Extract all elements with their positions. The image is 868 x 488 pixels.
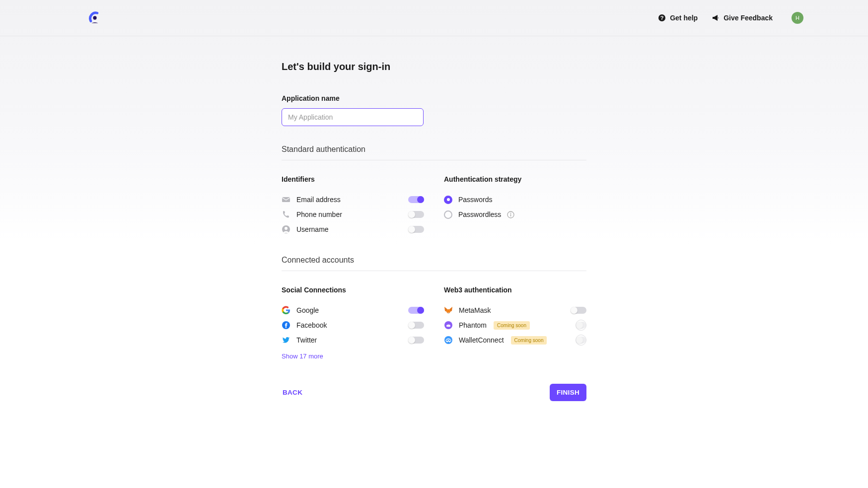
identifiers-title: Identifiers (282, 175, 424, 183)
finish-button[interactable]: FINISH (550, 384, 586, 401)
megaphone-icon (712, 14, 720, 22)
facebook-icon (282, 321, 290, 330)
strategy-passwordless[interactable]: Passwordless (444, 207, 586, 222)
google-toggle[interactable] (408, 307, 424, 314)
svg-rect-8 (510, 214, 511, 216)
header: ? Get help Give Feedback H (0, 0, 868, 36)
svg-point-12 (448, 324, 449, 325)
passwords-radio[interactable] (444, 196, 452, 204)
google-icon (282, 306, 290, 315)
phone-toggle[interactable] (408, 211, 424, 218)
svg-rect-3 (282, 197, 290, 202)
phone-icon (282, 210, 290, 219)
strategy-label: Passwordless (458, 210, 501, 218)
main-content: Let's build your sign-in Application nam… (282, 36, 586, 421)
social-title: Social Connections (282, 286, 424, 294)
app-name-label: Application name (282, 94, 586, 102)
social-column: Social Connections Google Facebook (282, 286, 424, 360)
svg-point-7 (510, 212, 511, 213)
walletconnect-icon (444, 336, 453, 345)
strategy-column: Authentication strategy Passwords Passwo… (444, 175, 586, 237)
strategy-label: Passwords (458, 196, 586, 204)
identifier-email: Email address (282, 192, 424, 207)
social-google: Google (282, 303, 424, 318)
walletconnect-toggle-ring (576, 335, 586, 346)
social-label: Google (296, 306, 402, 314)
username-toggle[interactable] (408, 226, 424, 233)
passwordless-radio[interactable] (444, 210, 452, 219)
identifier-label: Username (296, 225, 402, 233)
info-icon[interactable] (507, 211, 514, 218)
web3-title: Web3 authentication (444, 286, 586, 294)
footer-actions: BACK FINISH (282, 384, 586, 421)
page-title: Let's build your sign-in (282, 61, 586, 72)
walletconnect-toggle (576, 337, 586, 344)
strategy-title: Authentication strategy (444, 175, 586, 183)
phantom-toggle (576, 322, 586, 329)
coming-soon-badge: Coming soon (494, 321, 530, 330)
connected-accounts-title: Connected accounts (282, 256, 586, 271)
web3-label: WalletConnect (459, 336, 504, 344)
web3-metamask: MetaMask (444, 303, 586, 318)
give-feedback-label: Give Feedback (723, 14, 773, 22)
svg-text:?: ? (660, 15, 664, 21)
social-label: Facebook (296, 321, 402, 329)
identifier-label: Email address (296, 196, 402, 204)
identifier-label: Phone number (296, 210, 402, 218)
back-button[interactable]: BACK (282, 387, 303, 398)
email-toggle[interactable] (408, 196, 424, 203)
user-icon (282, 225, 290, 234)
avatar[interactable]: H (792, 12, 803, 24)
email-icon (282, 195, 290, 204)
web3-phantom: Phantom Coming soon (444, 318, 586, 333)
web3-label: Phantom (459, 321, 487, 329)
twitter-icon (282, 336, 290, 345)
avatar-initial: H (796, 15, 799, 21)
svg-point-5 (285, 227, 288, 230)
phantom-icon (444, 321, 453, 330)
web3-column: Web3 authentication MetaMask Phantom Com… (444, 286, 586, 360)
facebook-toggle[interactable] (408, 322, 424, 329)
get-help-label: Get help (670, 14, 698, 22)
identifiers-column: Identifiers Email address Phone number (282, 175, 424, 237)
show-more-link[interactable]: Show 17 more (282, 352, 424, 360)
coming-soon-badge: Coming soon (511, 336, 547, 345)
standard-auth-title: Standard authentication (282, 145, 586, 160)
web3-label: MetaMask (459, 306, 565, 314)
identifier-username: Username (282, 222, 424, 237)
social-twitter: Twitter (282, 333, 424, 348)
identifier-phone: Phone number (282, 207, 424, 222)
clerk-logo-icon (88, 10, 101, 25)
help-icon: ? (658, 14, 666, 22)
give-feedback-link[interactable]: Give Feedback (712, 14, 773, 22)
get-help-link[interactable]: ? Get help (658, 14, 698, 22)
metamask-icon (444, 306, 453, 315)
header-actions: ? Get help Give Feedback H (658, 12, 803, 24)
social-label: Twitter (296, 336, 402, 344)
web3-walletconnect: WalletConnect Coming soon (444, 333, 586, 348)
svg-point-11 (447, 324, 448, 325)
phantom-toggle-ring (576, 320, 586, 331)
social-facebook: Facebook (282, 318, 424, 333)
app-name-input[interactable] (282, 108, 424, 126)
strategy-passwords[interactable]: Passwords (444, 192, 586, 207)
twitter-toggle[interactable] (408, 337, 424, 344)
metamask-toggle[interactable] (571, 307, 586, 314)
svg-point-0 (93, 16, 96, 19)
